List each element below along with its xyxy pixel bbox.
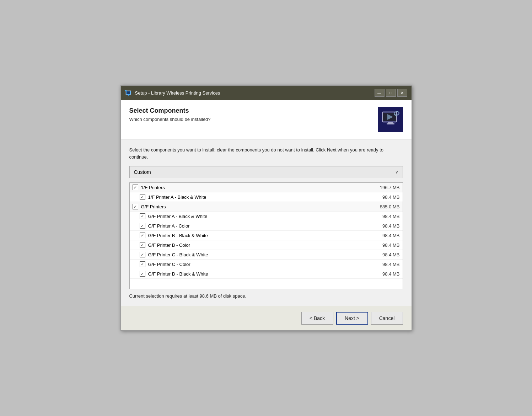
setup-window: Setup - Library Wireless Printing Servic…: [120, 85, 412, 331]
minimize-button[interactable]: —: [375, 89, 385, 97]
component-checkbox[interactable]: [140, 252, 145, 257]
component-label: G/F Printer A - Black & White: [148, 214, 371, 219]
component-size: 98.4 MB: [371, 242, 400, 248]
header-text: Select Components Which components shoul…: [129, 107, 378, 122]
list-item[interactable]: G/F Printer B - Color98.4 MB: [130, 240, 403, 250]
component-size: 98.4 MB: [371, 223, 400, 229]
title-bar: Setup - Library Wireless Printing Servic…: [121, 86, 412, 100]
component-checkbox[interactable]: [140, 261, 145, 267]
type-dropdown[interactable]: Custom ∨: [129, 166, 403, 178]
svg-rect-4: [128, 94, 130, 95]
chevron-down-icon: ∨: [395, 170, 398, 175]
footer: < Back Next > Cancel: [121, 306, 412, 330]
type-dropdown-container: Custom ∨: [129, 166, 403, 178]
list-item[interactable]: G/F Printer C - Black & White98.4 MB: [130, 250, 403, 260]
component-checkbox[interactable]: [140, 223, 145, 229]
list-item[interactable]: G/F Printers885.0 MB: [130, 202, 403, 212]
cancel-button[interactable]: Cancel: [371, 312, 403, 325]
component-label: G/F Printer A - Color: [148, 223, 371, 229]
list-item[interactable]: G/F Printer A - Black & White98.4 MB: [130, 212, 403, 221]
list-item[interactable]: G/F Printer B - Black & White98.4 MB: [130, 231, 403, 240]
component-checkbox[interactable]: [140, 271, 145, 277]
component-checkbox[interactable]: [133, 185, 138, 190]
dropdown-label: Custom: [134, 169, 151, 175]
page-title: Select Components: [129, 107, 378, 114]
component-checkbox[interactable]: [140, 213, 145, 219]
component-size: 98.4 MB: [371, 233, 400, 238]
back-button[interactable]: < Back: [301, 312, 333, 325]
component-label: G/F Printers: [141, 204, 371, 209]
component-size: 98.4 MB: [371, 252, 400, 257]
svg-rect-1: [127, 91, 130, 94]
svg-rect-2: [125, 90, 127, 91]
close-button[interactable]: ✕: [397, 89, 407, 97]
component-size: 885.0 MB: [371, 204, 400, 209]
list-item[interactable]: G/F Printer C - Color98.4 MB: [130, 260, 403, 269]
svg-rect-8: [388, 122, 393, 123]
component-size: 98.4 MB: [371, 214, 400, 219]
next-button[interactable]: Next >: [336, 312, 368, 325]
disk-space-text: Current selection requires at least 98.6…: [129, 293, 403, 299]
content-area: Select the components you want to instal…: [121, 139, 412, 306]
component-label: G/F Printer B - Color: [148, 242, 371, 248]
window-controls: — □ ✕: [375, 89, 407, 97]
window-title: Setup - Library Wireless Printing Servic…: [135, 90, 375, 96]
component-size: 196.7 MB: [371, 185, 400, 190]
component-label: 1/F Printers: [141, 185, 371, 190]
component-checkbox[interactable]: [140, 233, 145, 238]
component-label: G/F Printer B - Black & White: [148, 233, 371, 238]
component-checkbox[interactable]: [140, 194, 145, 200]
component-size: 98.4 MB: [371, 271, 400, 277]
component-label: G/F Printer C - Color: [148, 262, 371, 267]
list-item[interactable]: 1/F Printers196.7 MB: [130, 183, 403, 192]
setup-logo: [378, 107, 403, 132]
component-checkbox[interactable]: [133, 204, 138, 209]
component-list[interactable]: 1/F Printers196.7 MB1/F Printer A - Blac…: [129, 182, 403, 289]
page-subtitle: Which components should be installed?: [129, 117, 378, 122]
svg-rect-9: [387, 123, 394, 124]
description-text: Select the components you want to instal…: [129, 146, 403, 160]
component-size: 98.4 MB: [371, 194, 400, 200]
restore-button[interactable]: □: [386, 89, 396, 97]
component-size: 98.4 MB: [371, 262, 400, 267]
component-label: G/F Printer D - Black & White: [148, 271, 371, 277]
component-label: G/F Printer C - Black & White: [148, 252, 371, 257]
component-label: 1/F Printer A - Black & White: [148, 194, 371, 200]
list-item[interactable]: G/F Printer A - Color98.4 MB: [130, 221, 403, 231]
header-area: Select Components Which components shoul…: [121, 100, 412, 139]
list-item[interactable]: 1/F Printer A - Black & White98.4 MB: [130, 192, 403, 202]
component-checkbox[interactable]: [140, 242, 145, 248]
window-icon: [125, 89, 132, 96]
list-item[interactable]: G/F Printer D - Black & White98.4 MB: [130, 269, 403, 279]
